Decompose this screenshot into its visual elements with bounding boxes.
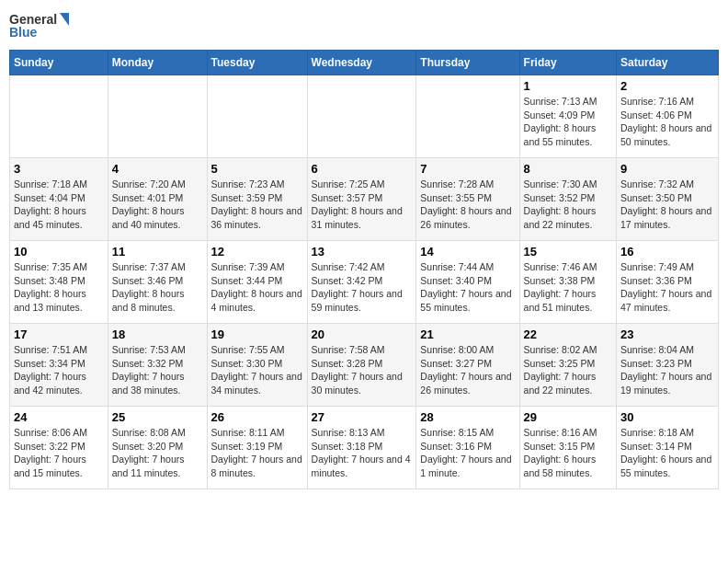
day-number: 16: [620, 245, 714, 259]
calendar-cell: 25Sunrise: 8:08 AM Sunset: 3:20 PM Dayli…: [108, 407, 207, 489]
day-number: 26: [211, 410, 303, 424]
day-number: 13: [312, 245, 413, 259]
day-info: Sunrise: 7:44 AM Sunset: 3:40 PM Dayligh…: [420, 260, 515, 315]
calendar-cell: 13Sunrise: 7:42 AM Sunset: 3:42 PM Dayli…: [307, 241, 416, 324]
calendar-cell: 4Sunrise: 7:20 AM Sunset: 4:01 PM Daylig…: [108, 158, 207, 241]
calendar-cell: 14Sunrise: 7:44 AM Sunset: 3:40 PM Dayli…: [416, 241, 519, 324]
day-info: Sunrise: 7:25 AM Sunset: 3:57 PM Dayligh…: [312, 178, 413, 232]
calendar-cell: 30Sunrise: 8:18 AM Sunset: 3:14 PM Dayli…: [617, 407, 719, 489]
day-number: 24: [14, 410, 104, 424]
day-info: Sunrise: 8:00 AM Sunset: 3:27 PM Dayligh…: [420, 343, 515, 397]
day-number: 17: [14, 327, 104, 341]
calendar-cell: 22Sunrise: 8:02 AM Sunset: 3:25 PM Dayli…: [519, 324, 616, 407]
day-number: 29: [524, 410, 612, 424]
calendar-week-5: 24Sunrise: 8:06 AM Sunset: 3:22 PM Dayli…: [10, 407, 719, 489]
day-info: Sunrise: 8:15 AM Sunset: 3:16 PM Dayligh…: [420, 426, 515, 480]
day-number: 22: [524, 327, 612, 341]
day-number: 11: [112, 245, 203, 259]
calendar-cell: 7Sunrise: 7:28 AM Sunset: 3:55 PM Daylig…: [416, 158, 519, 241]
calendar-table: SundayMondayTuesdayWednesdayThursdayFrid…: [9, 50, 719, 489]
weekday-header-thursday: Thursday: [416, 51, 519, 75]
calendar-cell: 28Sunrise: 8:15 AM Sunset: 3:16 PM Dayli…: [416, 407, 519, 489]
day-number: 21: [420, 327, 515, 341]
calendar-cell: 24Sunrise: 8:06 AM Sunset: 3:22 PM Dayli…: [10, 407, 108, 489]
day-number: 7: [420, 162, 515, 176]
day-info: Sunrise: 7:16 AM Sunset: 4:06 PM Dayligh…: [620, 95, 714, 149]
day-info: Sunrise: 7:42 AM Sunset: 3:42 PM Dayligh…: [312, 260, 413, 315]
day-info: Sunrise: 7:49 AM Sunset: 3:36 PM Dayligh…: [620, 260, 714, 315]
calendar-cell: 15Sunrise: 7:46 AM Sunset: 3:38 PM Dayli…: [519, 241, 616, 324]
calendar-week-2: 3Sunrise: 7:18 AM Sunset: 4:04 PM Daylig…: [10, 158, 719, 241]
calendar-week-4: 17Sunrise: 7:51 AM Sunset: 3:34 PM Dayli…: [10, 324, 719, 407]
calendar-cell: [10, 75, 108, 158]
day-number: 18: [112, 327, 203, 341]
weekday-header-saturday: Saturday: [617, 51, 719, 75]
calendar-week-1: 1Sunrise: 7:13 AM Sunset: 4:09 PM Daylig…: [10, 75, 719, 158]
calendar-cell: 2Sunrise: 7:16 AM Sunset: 4:06 PM Daylig…: [617, 75, 719, 158]
day-number: 9: [620, 162, 714, 176]
day-info: Sunrise: 7:23 AM Sunset: 3:59 PM Dayligh…: [211, 178, 303, 232]
calendar-cell: 12Sunrise: 7:39 AM Sunset: 3:44 PM Dayli…: [207, 241, 307, 324]
page-header: GeneralBlue: [9, 9, 719, 42]
day-number: 6: [312, 162, 413, 176]
day-number: 27: [312, 410, 413, 424]
day-number: 12: [211, 245, 303, 259]
day-info: Sunrise: 7:30 AM Sunset: 3:52 PM Dayligh…: [524, 178, 612, 232]
calendar-week-3: 10Sunrise: 7:35 AM Sunset: 3:48 PM Dayli…: [10, 241, 719, 324]
day-info: Sunrise: 7:18 AM Sunset: 4:04 PM Dayligh…: [14, 178, 104, 232]
calendar-cell: 9Sunrise: 7:32 AM Sunset: 3:50 PM Daylig…: [617, 158, 719, 241]
day-number: 3: [14, 162, 104, 176]
calendar-cell: 8Sunrise: 7:30 AM Sunset: 3:52 PM Daylig…: [519, 158, 616, 241]
day-info: Sunrise: 7:20 AM Sunset: 4:01 PM Dayligh…: [112, 178, 203, 232]
calendar-cell: 20Sunrise: 7:58 AM Sunset: 3:28 PM Dayli…: [307, 324, 416, 407]
calendar-cell: 29Sunrise: 8:16 AM Sunset: 3:15 PM Dayli…: [519, 407, 616, 489]
day-number: 30: [620, 410, 714, 424]
calendar-cell: [307, 75, 416, 158]
calendar-cell: 11Sunrise: 7:37 AM Sunset: 3:46 PM Dayli…: [108, 241, 207, 324]
day-info: Sunrise: 8:13 AM Sunset: 3:18 PM Dayligh…: [312, 426, 413, 480]
logo-svg: GeneralBlue: [9, 9, 74, 42]
logo: GeneralBlue: [9, 9, 74, 42]
calendar-cell: 10Sunrise: 7:35 AM Sunset: 3:48 PM Dayli…: [10, 241, 108, 324]
svg-marker-2: [60, 13, 69, 26]
weekday-header-monday: Monday: [108, 51, 207, 75]
day-number: 20: [312, 327, 413, 341]
day-number: 28: [420, 410, 515, 424]
calendar-cell: [416, 75, 519, 158]
calendar-header: SundayMondayTuesdayWednesdayThursdayFrid…: [10, 51, 719, 75]
weekday-header-row: SundayMondayTuesdayWednesdayThursdayFrid…: [10, 51, 719, 75]
day-number: 5: [211, 162, 303, 176]
calendar-cell: 21Sunrise: 8:00 AM Sunset: 3:27 PM Dayli…: [416, 324, 519, 407]
calendar-cell: 18Sunrise: 7:53 AM Sunset: 3:32 PM Dayli…: [108, 324, 207, 407]
calendar-cell: 16Sunrise: 7:49 AM Sunset: 3:36 PM Dayli…: [617, 241, 719, 324]
calendar-cell: [207, 75, 307, 158]
calendar-cell: 1Sunrise: 7:13 AM Sunset: 4:09 PM Daylig…: [519, 75, 616, 158]
day-info: Sunrise: 7:39 AM Sunset: 3:44 PM Dayligh…: [211, 260, 303, 315]
weekday-header-tuesday: Tuesday: [207, 51, 307, 75]
day-info: Sunrise: 8:18 AM Sunset: 3:14 PM Dayligh…: [620, 426, 714, 480]
day-info: Sunrise: 7:58 AM Sunset: 3:28 PM Dayligh…: [312, 343, 413, 397]
day-number: 14: [420, 245, 515, 259]
day-info: Sunrise: 7:37 AM Sunset: 3:46 PM Dayligh…: [112, 260, 203, 315]
weekday-header-friday: Friday: [519, 51, 616, 75]
day-number: 25: [112, 410, 203, 424]
weekday-header-wednesday: Wednesday: [307, 51, 416, 75]
day-info: Sunrise: 7:32 AM Sunset: 3:50 PM Dayligh…: [620, 178, 714, 232]
day-info: Sunrise: 7:53 AM Sunset: 3:32 PM Dayligh…: [112, 343, 203, 397]
calendar-cell: 23Sunrise: 8:04 AM Sunset: 3:23 PM Dayli…: [617, 324, 719, 407]
day-number: 23: [620, 327, 714, 341]
day-info: Sunrise: 8:04 AM Sunset: 3:23 PM Dayligh…: [620, 343, 714, 397]
day-info: Sunrise: 8:06 AM Sunset: 3:22 PM Dayligh…: [14, 426, 104, 480]
calendar-cell: 26Sunrise: 8:11 AM Sunset: 3:19 PM Dayli…: [207, 407, 307, 489]
day-info: Sunrise: 8:08 AM Sunset: 3:20 PM Dayligh…: [112, 426, 203, 480]
day-info: Sunrise: 7:46 AM Sunset: 3:38 PM Dayligh…: [524, 260, 612, 315]
calendar-cell: [108, 75, 207, 158]
day-number: 10: [14, 245, 104, 259]
calendar-cell: 3Sunrise: 7:18 AM Sunset: 4:04 PM Daylig…: [10, 158, 108, 241]
calendar-body: 1Sunrise: 7:13 AM Sunset: 4:09 PM Daylig…: [10, 75, 719, 489]
day-info: Sunrise: 7:55 AM Sunset: 3:30 PM Dayligh…: [211, 343, 303, 397]
day-info: Sunrise: 7:28 AM Sunset: 3:55 PM Dayligh…: [420, 178, 515, 232]
day-number: 4: [112, 162, 203, 176]
svg-text:Blue: Blue: [9, 25, 38, 40]
day-number: 15: [524, 245, 612, 259]
